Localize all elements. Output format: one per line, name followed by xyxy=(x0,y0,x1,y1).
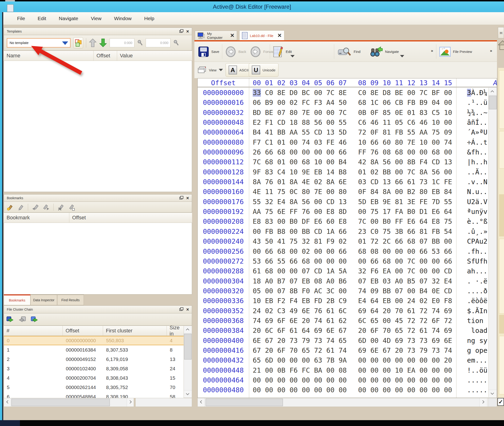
hex-ascii-column[interactable]: 3À.Ð¼.¹..ü½¾..~âñÍ..´A»ªU÷Á..t&fh..|h..h… xyxy=(467,88,489,395)
scrollbar-thumb[interactable] xyxy=(11,399,110,406)
hex-row-ascii[interactable]: ªunÿv xyxy=(467,207,489,217)
hex-row-bytes[interactable]: 65 6D 00 00 00 63 7B 9A00 00 00 00 00 00… xyxy=(198,355,488,365)
hex-row-ascii[interactable]: U2ä.V xyxy=(467,197,489,207)
hex-row-bytes[interactable]: 21 00 0B F6 FC BA 00 0800 00 00 10 EA 00… xyxy=(198,365,488,375)
hex-row-ascii[interactable]: !..öü xyxy=(467,365,489,375)
hex-row-ascii[interactable]: em... xyxy=(467,355,489,365)
column-header-size[interactable]: Size in xyxy=(167,326,184,336)
checked-checkbox[interactable]: ✓ xyxy=(497,398,504,406)
edit-button[interactable]: Edit xyxy=(273,42,292,62)
next-cluster-icon[interactable] xyxy=(31,316,38,323)
save-button[interactable]: Save xyxy=(198,42,219,62)
hex-row-bytes[interactable]: 9F 83 C4 10 9E EB 14 B801 02 BB 00 7C 8A… xyxy=(198,167,488,177)
offset-field-2[interactable]: 0:000 xyxy=(146,38,171,47)
hex-row-bytes[interactable]: 05 00 07 8B F0 AC 3C 0074 09 BB 07 00 B4… xyxy=(198,286,488,296)
hex-row-ascii[interactable]: .û¸.» xyxy=(467,227,489,236)
hex-row-ascii[interactable]: &fh.. xyxy=(467,147,489,157)
bookmarks-list-empty[interactable] xyxy=(4,223,192,294)
menu-navigate[interactable]: Navigate xyxy=(52,16,85,21)
hex-row-ascii[interactable]: .v..N xyxy=(467,177,489,187)
hex-row-bytes[interactable]: 43 50 41 75 32 81 F9 0201 72 2C 66 68 07… xyxy=(198,236,488,246)
hex-row-bytes[interactable]: 61 68 00 00 07 CD 1A 5A32 F6 EA 00 7C 00… xyxy=(198,266,488,276)
find-button[interactable]: Find xyxy=(338,42,360,62)
fcc-row[interactable]: 3000001024008,309,05824 xyxy=(4,364,184,373)
hex-row-bytes[interactable]: 00 66 68 00 02 00 00 6668 08 00 00 00 66… xyxy=(198,247,488,256)
hex-row-ascii[interactable]: ½¾..~ xyxy=(467,108,489,118)
close-panel-icon[interactable]: × xyxy=(186,196,189,200)
fcc-row[interactable]: 1000000163848,307,5338 xyxy=(4,345,184,355)
hex-row-bytes[interactable]: E8 83 00 B0 DF E6 60 E87C 00 B0 FF E6 64… xyxy=(198,217,488,226)
menu-file[interactable]: File xyxy=(11,16,31,21)
column-header-offset[interactable]: Offset xyxy=(94,50,117,61)
hex-row-ascii[interactable]: |h..h xyxy=(467,157,489,167)
fcc-row[interactable]: 2000000491526,179,01913 xyxy=(4,355,184,364)
column-header-offset[interactable]: Offset xyxy=(69,213,192,223)
menu-window[interactable]: Window xyxy=(108,16,138,21)
hex-row-ascii[interactable]: .fh.. xyxy=(467,247,489,256)
hex-row-bytes[interactable]: 06 B9 00 02 FC F3 A4 5068 1C 06 CB FB B9… xyxy=(198,98,488,107)
tab-lab10dd-file[interactable]: Lab10.dd - File ✕ xyxy=(239,30,284,41)
tab-my-computer[interactable]: My Computer ✕ xyxy=(195,31,237,40)
column-header-number[interactable]: # xyxy=(4,326,63,336)
hex-row-bytes[interactable]: 24 02 C3 49 6E 76 61 6C69 64 20 70 61 72… xyxy=(198,306,488,316)
hex-row-bytes[interactable]: AA 75 6E FF 76 00 E8 8D00 75 17 FA B0 D1… xyxy=(198,207,488,217)
ascii-toggle-button[interactable]: A ASCII xyxy=(225,63,252,77)
scrollbar-thumb[interactable] xyxy=(206,399,283,406)
file-preview-button[interactable]: File Preview xyxy=(439,42,472,62)
fcc-row[interactable]: 000000000000550,8034 xyxy=(4,336,184,345)
fcc-row[interactable]: 4000002007048,308,04315 xyxy=(4,373,184,383)
fcc-row[interactable]: 5000002621448,305,75270 xyxy=(4,383,184,392)
move-up-icon[interactable] xyxy=(89,38,96,47)
pin-icon[interactable] xyxy=(173,40,179,46)
hex-row-bytes[interactable]: E2 F1 CD 18 88 56 00 55C6 46 11 05 C6 46… xyxy=(198,118,488,127)
scrollbar-thumb[interactable] xyxy=(184,334,192,360)
hex-row-ascii[interactable]: CPAu2 xyxy=(467,236,489,246)
template-select-combo[interactable]: No template xyxy=(7,38,71,48)
hex-row-ascii[interactable]: tion xyxy=(467,316,489,326)
hex-row-ascii[interactable]: SfUfh xyxy=(467,256,489,266)
toolbar-overflow-chevron[interactable]: » xyxy=(431,49,432,53)
hex-row-bytes[interactable]: 74 69 6F 6E 20 74 61 626C 65 00 45 72 72… xyxy=(198,316,488,326)
hex-row-ascii[interactable]: ´A»ªU xyxy=(467,127,489,137)
hex-row-ascii[interactable]: ..... xyxy=(467,375,489,385)
float-panel-icon[interactable] xyxy=(180,308,182,311)
navigate-dropdown-icon[interactable] xyxy=(400,55,404,57)
remove-bookmark-icon[interactable] xyxy=(57,204,65,211)
hex-editor[interactable]: Offset 00 01 02 03 04 05 06 07 08 09 10 … xyxy=(197,78,497,398)
edit-bookmark-icon[interactable] xyxy=(17,204,24,211)
hex-row-ascii[interactable]: 3À.Ð¼ xyxy=(467,88,489,98)
home-icon[interactable] xyxy=(498,40,504,50)
tab-bookmarks[interactable]: Bookmarks xyxy=(4,294,30,305)
offset-field-1[interactable]: 0:000 xyxy=(110,38,134,47)
move-down-icon[interactable] xyxy=(99,38,107,47)
view-dropdown-icon[interactable] xyxy=(219,69,223,71)
next-bookmark-icon[interactable] xyxy=(43,204,50,211)
hex-row-bytes[interactable]: 53 66 55 66 68 00 00 0000 66 68 00 7C 00… xyxy=(198,256,488,266)
combo-dropdown-icon[interactable] xyxy=(62,42,68,45)
previous-bookmark-icon[interactable] xyxy=(32,204,39,211)
float-panel-icon[interactable] xyxy=(180,197,182,199)
hex-row-bytes[interactable]: F7 C1 01 00 74 03 FE 4610 66 60 80 7E 10… xyxy=(198,137,488,147)
hex-row-bytes[interactable]: 26 66 68 00 00 00 00 66FF 76 08 68 00 00… xyxy=(198,147,488,157)
hex-row-ascii[interactable]: $.ÃIn xyxy=(467,306,489,316)
hex-row-bytes[interactable]: 33 C0 8E D0 BC 00 7C 8EC0 8E D8 BE 00 7C… xyxy=(198,88,488,98)
scrollbar-thumb[interactable] xyxy=(489,96,497,109)
templates-list-empty[interactable] xyxy=(4,61,192,192)
close-tab-icon[interactable]: ✕ xyxy=(230,33,234,38)
back-button[interactable]: Back xyxy=(225,42,246,62)
hex-row-ascii[interactable]: . ·.ë xyxy=(467,276,489,286)
menu-help[interactable]: Help xyxy=(138,16,161,21)
selected-byte[interactable]: 33 xyxy=(253,89,261,97)
hex-row-bytes[interactable]: 6E 67 20 73 79 73 74 656D 00 4D 69 73 73… xyxy=(198,336,488,346)
navigate-button[interactable]: Navigate xyxy=(370,42,399,62)
scroll-right-icon[interactable] xyxy=(479,398,486,407)
scroll-right-icon[interactable] xyxy=(127,398,134,407)
tab-data-inspector[interactable]: Data Inspector xyxy=(30,294,57,305)
hex-vertical-scrollbar[interactable] xyxy=(488,88,497,397)
hex-row-ascii[interactable]: ah... xyxy=(467,266,489,276)
hex-row-bytes[interactable]: 00 FB B8 00 BB CD 1A 6623 C0 75 3B 66 81… xyxy=(198,227,488,236)
hex-row-bytes[interactable]: 4E 11 75 0C 80 7E 00 800F 84 8A 00 B2 80… xyxy=(198,187,488,197)
scroll-up-icon[interactable] xyxy=(184,326,192,333)
hex-row-bytes[interactable]: BD BE 07 80 7E 00 00 7C0B 0F 85 0E 01 83… xyxy=(198,108,488,118)
hex-row-ascii[interactable]: ng sy xyxy=(467,336,489,346)
